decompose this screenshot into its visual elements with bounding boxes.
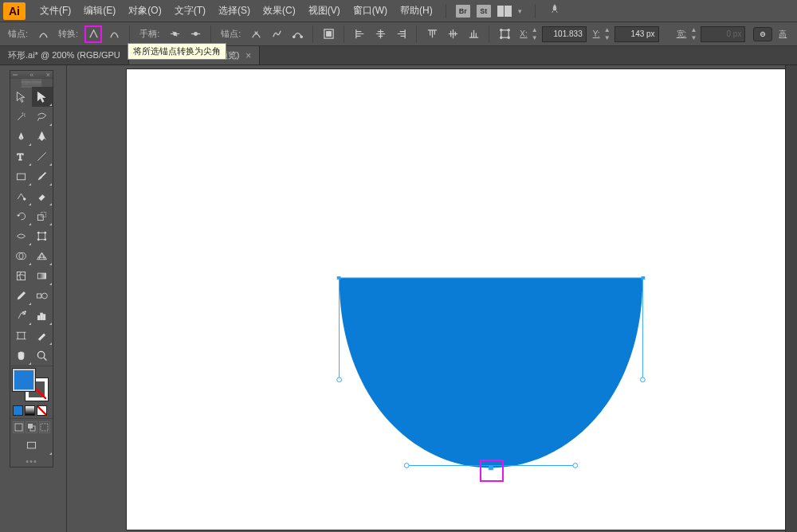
anchor-label: 锚点: bbox=[8, 28, 28, 40]
menu-bar: Ai 文件(F) 编辑(E) 对象(O) 文字(T) 选择(S) 效果(C) 视… bbox=[0, 0, 797, 22]
type-tool[interactable]: T bbox=[10, 147, 32, 166]
svg-point-28 bbox=[24, 313, 26, 315]
eraser-tool[interactable] bbox=[32, 186, 53, 206]
color-mode-none-icon[interactable] bbox=[37, 405, 47, 416]
stock-icon[interactable]: St bbox=[477, 5, 491, 18]
slice-tool[interactable] bbox=[32, 326, 53, 346]
pen-tool[interactable] bbox=[10, 127, 32, 147]
y-stepper[interactable]: ▲▼ bbox=[603, 26, 611, 42]
column-graph-tool[interactable] bbox=[32, 306, 53, 326]
isolate-icon[interactable] bbox=[320, 25, 337, 43]
align-bottom-icon[interactable] bbox=[465, 25, 482, 43]
connect-anchor-icon[interactable] bbox=[268, 25, 285, 43]
svg-point-27 bbox=[22, 311, 24, 313]
transform-icon[interactable] bbox=[496, 25, 513, 43]
convert-to-smooth-button[interactable] bbox=[105, 25, 123, 43]
svg-point-9 bbox=[500, 37, 501, 38]
menu-select[interactable]: 选择(S) bbox=[212, 4, 257, 18]
x-input[interactable]: 101.833 bbox=[542, 26, 587, 42]
align-top-icon[interactable] bbox=[423, 25, 441, 43]
remove-anchor-icon[interactable] bbox=[247, 25, 265, 43]
color-mode-solid-icon[interactable] bbox=[13, 405, 23, 416]
align-hcenter-icon[interactable] bbox=[371, 25, 389, 43]
menu-type[interactable]: 文字(T) bbox=[168, 4, 212, 18]
menu-edit[interactable]: 编辑(E) bbox=[77, 4, 122, 18]
anchor-curve-icon[interactable] bbox=[34, 25, 52, 43]
arrange-documents-icon[interactable] bbox=[497, 6, 512, 17]
symbol-sprayer-tool[interactable] bbox=[10, 306, 32, 326]
gpu-rocket-icon[interactable] bbox=[548, 3, 561, 18]
show-handles-icon[interactable] bbox=[166, 25, 183, 43]
hide-handles-icon[interactable] bbox=[186, 25, 204, 43]
y-input[interactable]: 143 px bbox=[614, 26, 659, 42]
screen-mode-button[interactable] bbox=[10, 436, 53, 456]
draw-normal-icon[interactable] bbox=[13, 421, 24, 433]
fill-swatch[interactable] bbox=[13, 369, 35, 391]
canvas-area[interactable] bbox=[67, 65, 797, 532]
lasso-tool[interactable] bbox=[32, 107, 53, 127]
separator bbox=[416, 25, 417, 43]
link-wh-icon[interactable] bbox=[753, 27, 772, 41]
menu-help[interactable]: 帮助(H) bbox=[394, 4, 439, 18]
x-label: X: bbox=[520, 29, 527, 38]
line-tool[interactable] bbox=[32, 147, 53, 166]
scale-tool[interactable] bbox=[32, 206, 53, 226]
w-stepper[interactable]: ▲▼ bbox=[689, 26, 697, 42]
shaper-tool[interactable] bbox=[10, 186, 32, 206]
gradient-tool[interactable] bbox=[32, 266, 53, 286]
separator bbox=[446, 4, 446, 18]
cut-path-icon[interactable] bbox=[289, 25, 306, 43]
x-stepper[interactable]: ▲▼ bbox=[531, 26, 539, 42]
color-mode-row bbox=[10, 403, 53, 418]
magic-wand-tool[interactable] bbox=[10, 107, 32, 127]
toolbox-header[interactable]: « × bbox=[10, 71, 53, 79]
align-left-icon[interactable] bbox=[351, 25, 368, 43]
color-swatches[interactable] bbox=[10, 366, 53, 403]
shape-builder-tool[interactable] bbox=[10, 246, 32, 266]
rectangle-tool[interactable] bbox=[10, 166, 32, 186]
paintbrush-tool[interactable] bbox=[32, 166, 53, 186]
bridge-icon[interactable]: Br bbox=[456, 5, 470, 18]
svg-point-0 bbox=[173, 33, 176, 36]
curvature-tool[interactable] bbox=[32, 127, 53, 147]
selection-tool[interactable] bbox=[10, 87, 32, 107]
mesh-tool[interactable] bbox=[10, 266, 32, 286]
perspective-grid-tool[interactable] bbox=[32, 246, 53, 266]
width-input[interactable]: 0 px bbox=[701, 26, 745, 42]
svg-point-46 bbox=[573, 464, 578, 468]
direct-selection-tool[interactable] bbox=[32, 87, 53, 107]
document-tab-1[interactable]: 环形.ai* @ 200% (RGB/GPU bbox=[0, 46, 129, 65]
convert-to-corner-button[interactable] bbox=[84, 25, 102, 43]
zoom-tool[interactable] bbox=[32, 346, 53, 366]
blend-tool[interactable] bbox=[32, 286, 53, 306]
width-tool[interactable] bbox=[10, 226, 32, 246]
align-right-icon[interactable] bbox=[392, 25, 410, 43]
close-icon[interactable]: × bbox=[46, 71, 50, 79]
menu-file[interactable]: 文件(F) bbox=[33, 4, 77, 18]
svg-rect-39 bbox=[27, 442, 35, 448]
artboard-tool[interactable] bbox=[10, 326, 32, 346]
svg-rect-33 bbox=[18, 332, 25, 339]
menu-window[interactable]: 窗口(W) bbox=[347, 4, 394, 18]
menu-object[interactable]: 对象(O) bbox=[122, 4, 167, 18]
menu-view[interactable]: 视图(V) bbox=[302, 4, 347, 18]
dropdown-caret-icon[interactable]: ▾ bbox=[518, 7, 522, 15]
right-panel-edge[interactable] bbox=[785, 65, 797, 532]
hand-tool[interactable] bbox=[10, 346, 32, 366]
collapse-icon[interactable]: « bbox=[29, 71, 33, 79]
toolbox-more-icon[interactable]: ••• bbox=[10, 456, 53, 467]
toolbox-grip[interactable]: ▒▒▒▒ bbox=[10, 79, 53, 87]
rotate-tool[interactable] bbox=[10, 206, 32, 226]
color-mode-gradient-icon[interactable] bbox=[25, 405, 35, 416]
free-transform-tool[interactable] bbox=[32, 226, 53, 246]
draw-inside-icon[interactable] bbox=[39, 421, 50, 433]
close-icon[interactable]: × bbox=[245, 50, 251, 61]
anchors2-label: 锚点: bbox=[221, 28, 241, 40]
align-vcenter-icon[interactable] bbox=[444, 25, 461, 43]
draw-behind-icon[interactable] bbox=[26, 421, 37, 433]
menu-effect[interactable]: 效果(C) bbox=[257, 4, 302, 18]
svg-rect-47 bbox=[337, 276, 341, 280]
svg-point-20 bbox=[45, 239, 46, 241]
vector-shape[interactable] bbox=[332, 276, 650, 475]
eyedropper-tool[interactable] bbox=[10, 286, 32, 306]
